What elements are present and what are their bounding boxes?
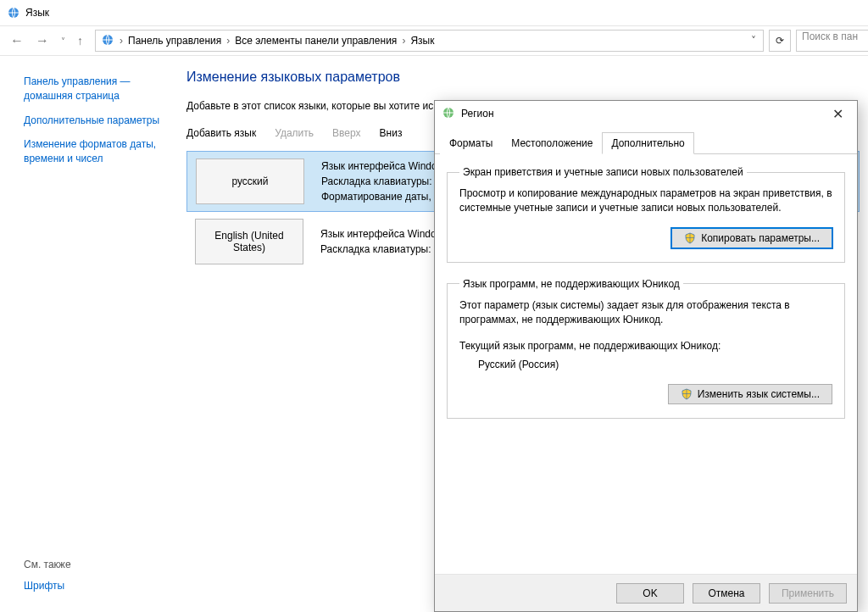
move-down-button[interactable]: Вниз xyxy=(380,127,403,139)
tab-formats[interactable]: Форматы xyxy=(440,132,502,154)
nav-row: ← → ˅ ↑ › Панель управления › Все элемен… xyxy=(0,25,868,56)
non-unicode-group: Язык программ, не поддерживающих Юникод … xyxy=(447,278,845,419)
window-title: Язык xyxy=(25,7,49,19)
forward-button[interactable]: → xyxy=(36,33,49,48)
button-label: Изменить язык системы... xyxy=(698,388,820,400)
breadcrumb-segment[interactable]: Язык xyxy=(410,35,434,47)
address-bar[interactable]: › Панель управления › Все элементы панел… xyxy=(95,30,764,52)
copy-settings-button[interactable]: Копировать параметры... xyxy=(671,228,832,248)
up-button[interactable]: ↑ xyxy=(77,34,83,47)
nav-buttons: ← → ˅ ↑ xyxy=(0,33,93,48)
recent-locations-button[interactable]: ˅ xyxy=(61,36,65,46)
region-dialog: Регион ✕ Форматы Местоположение Дополнит… xyxy=(434,100,858,612)
dialog-footer: OK Отмена Применить xyxy=(435,574,857,611)
tab-advanced[interactable]: Дополнительно xyxy=(602,132,693,154)
add-language-button[interactable]: Добавить язык xyxy=(186,127,256,139)
cancel-button[interactable]: Отмена xyxy=(693,583,760,604)
current-locale-label: Текущий язык программ, не поддерживающих… xyxy=(459,340,832,352)
language-name-box: English (United States) xyxy=(195,219,303,264)
seealso-link-fonts[interactable]: Шрифты xyxy=(24,579,168,593)
apply-button[interactable]: Применить xyxy=(769,583,847,604)
remove-language-button[interactable]: Удалить xyxy=(275,127,314,139)
close-button[interactable]: ✕ xyxy=(826,104,850,124)
group-description: Этот параметр (язык системы) задает язык… xyxy=(459,298,832,328)
dialog-title: Регион xyxy=(461,108,494,120)
language-app-icon xyxy=(7,6,20,19)
group-legend: Экран приветствия и учетные записи новых… xyxy=(459,166,747,178)
refresh-button[interactable]: ⟳ xyxy=(769,30,791,52)
sidebar-link-home[interactable]: Панель управления — домашняя страница xyxy=(24,75,168,103)
shield-icon xyxy=(684,232,696,244)
welcome-screen-group: Экран приветствия и учетные записи новых… xyxy=(447,166,845,263)
change-system-locale-button[interactable]: Изменить язык системы... xyxy=(668,384,832,404)
globe-icon xyxy=(442,106,455,122)
button-label: Копировать параметры... xyxy=(701,232,820,244)
seealso-heading: См. также xyxy=(24,559,168,570)
dialog-tabs: Форматы Местоположение Дополнительно xyxy=(435,126,857,154)
back-button[interactable]: ← xyxy=(10,33,24,48)
search-input[interactable]: Поиск в пан xyxy=(796,30,868,52)
group-legend: Язык программ, не поддерживающих Юникод xyxy=(459,278,683,290)
breadcrumb-sep-icon: › xyxy=(400,35,407,47)
current-locale-value: Русский (Россия) xyxy=(459,359,832,370)
dialog-titlebar: Регион ✕ xyxy=(435,101,857,126)
breadcrumb-segment[interactable]: Панель управления xyxy=(128,35,221,47)
dialog-body: Экран приветствия и учетные записи новых… xyxy=(435,154,857,574)
page-heading: Изменение языковых параметров xyxy=(186,70,860,85)
language-description: Язык интерфейса WindowsРаскладка клавиат… xyxy=(320,226,451,257)
sidebar: Панель управления — домашняя страница До… xyxy=(0,56,178,612)
address-dropdown-button[interactable]: ˅ xyxy=(744,35,763,47)
breadcrumb-segment[interactable]: Все элементы панели управления xyxy=(235,35,397,47)
language-description: Язык интерфейса WindowsРаскладка клавиат… xyxy=(321,159,449,204)
ok-button[interactable]: OK xyxy=(616,583,684,604)
sidebar-link-advanced[interactable]: Дополнительные параметры xyxy=(24,114,168,128)
breadcrumb-sep-icon: › xyxy=(225,35,231,47)
breadcrumb-sep-icon: › xyxy=(118,35,125,47)
group-description: Просмотр и копирование международных пар… xyxy=(459,186,832,216)
move-up-button[interactable]: Вверх xyxy=(332,127,360,139)
shield-icon xyxy=(681,388,693,400)
titlebar: Язык xyxy=(0,0,868,25)
tab-location[interactable]: Местоположение xyxy=(502,132,602,154)
sidebar-link-formats[interactable]: Изменение форматов даты, времени и чисел xyxy=(24,137,168,166)
language-name-box: русский xyxy=(196,159,304,204)
address-icon xyxy=(101,33,114,49)
